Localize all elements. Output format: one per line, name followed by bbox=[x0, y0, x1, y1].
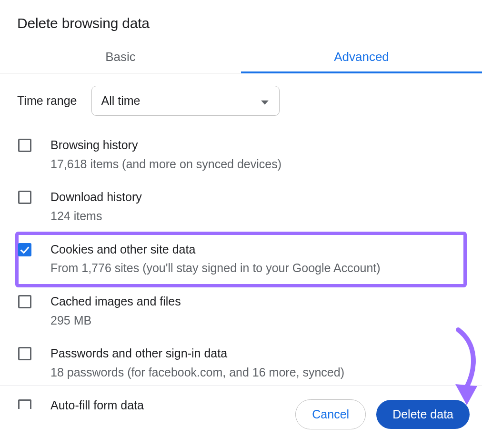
option-sub: 295 MB bbox=[50, 312, 464, 330]
checkbox-cached[interactable] bbox=[18, 295, 31, 308]
chevron-down-icon bbox=[261, 94, 269, 108]
dialog-title: Delete browsing data bbox=[17, 15, 465, 31]
tab-bar: Basic Advanced bbox=[0, 43, 482, 73]
option-sub: From 1,776 sites (you'll stay signed in … bbox=[50, 259, 461, 277]
dialog-footer: Cancel Delete data bbox=[295, 399, 470, 429]
option-text: Download history 124 items bbox=[50, 189, 464, 225]
option-title: Passwords and other sign-in data bbox=[50, 346, 464, 362]
option-sub: 18 passwords (for facebook.com, and 16 m… bbox=[50, 364, 464, 382]
option-text: Cookies and other site data From 1,776 s… bbox=[50, 242, 461, 277]
checkbox-passwords[interactable] bbox=[18, 347, 31, 360]
option-text: Passwords and other sign-in data 18 pass… bbox=[50, 346, 464, 381]
option-text: Browsing history 17,618 items (and more … bbox=[50, 137, 464, 173]
option-text: Cached images and files 295 MB bbox=[50, 294, 464, 329]
checkbox-autofill[interactable] bbox=[18, 399, 31, 409]
option-title: Download history bbox=[50, 189, 464, 205]
option-title: Cached images and files bbox=[50, 294, 464, 310]
option-cached[interactable]: Cached images and files 295 MB bbox=[17, 285, 465, 337]
checkbox-download-history[interactable] bbox=[18, 191, 31, 204]
tab-basic[interactable]: Basic bbox=[0, 43, 241, 73]
option-browsing-history[interactable]: Browsing history 17,618 items (and more … bbox=[17, 129, 465, 181]
option-download-history[interactable]: Download history 124 items bbox=[17, 181, 465, 233]
time-range-select[interactable]: All time bbox=[91, 86, 280, 116]
option-cookies[interactable]: Cookies and other site data From 1,776 s… bbox=[17, 234, 465, 285]
option-title: Cookies and other site data bbox=[50, 242, 461, 258]
option-title: Browsing history bbox=[50, 137, 464, 153]
option-passwords[interactable]: Passwords and other sign-in data 18 pass… bbox=[17, 337, 465, 389]
checkbox-cookies[interactable] bbox=[18, 243, 31, 256]
svg-marker-0 bbox=[261, 100, 269, 104]
option-sub: 124 items bbox=[50, 207, 464, 225]
tab-advanced[interactable]: Advanced bbox=[241, 43, 482, 73]
option-sub: 17,618 items (and more on synced devices… bbox=[50, 155, 464, 173]
options-list: Browsing history 17,618 items (and more … bbox=[17, 126, 465, 414]
footer-divider bbox=[0, 386, 482, 386]
checkbox-browsing-history[interactable] bbox=[18, 139, 31, 152]
time-range-label: Time range bbox=[17, 94, 77, 108]
cancel-button[interactable]: Cancel bbox=[295, 399, 366, 429]
delete-data-button[interactable]: Delete data bbox=[376, 400, 470, 429]
time-range-value: All time bbox=[101, 94, 141, 107]
time-range-row: Time range All time bbox=[17, 73, 465, 126]
delete-browsing-data-dialog: Delete browsing data Basic Advanced Time… bbox=[0, 0, 482, 414]
